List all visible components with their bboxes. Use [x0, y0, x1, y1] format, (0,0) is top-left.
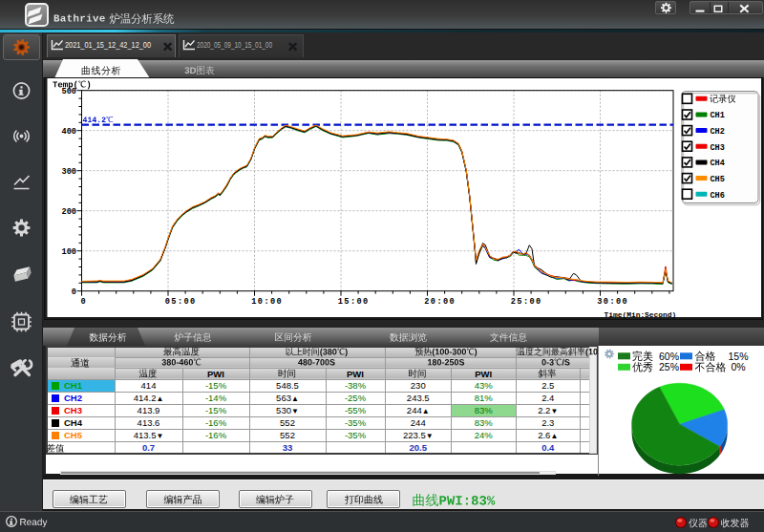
svg-text:25:00: 25:00: [511, 297, 542, 307]
svg-text:10:00: 10:00: [251, 297, 283, 307]
svg-text:Time(Min:Second): Time(Min:Second): [605, 310, 677, 319]
svg-text:CH3: CH3: [711, 143, 725, 153]
svg-text:100: 100: [62, 247, 76, 257]
svg-text:CH2: CH2: [711, 127, 725, 137]
svg-text:CH1: CH1: [711, 111, 725, 120]
svg-text:0: 0: [81, 297, 86, 307]
svg-text:30:00: 30:00: [597, 297, 628, 307]
svg-text:400: 400: [62, 127, 76, 137]
svg-text:300: 300: [62, 167, 76, 177]
svg-text:0: 0: [72, 287, 76, 297]
svg-text:500: 500: [62, 87, 76, 96]
svg-text:CH4: CH4: [711, 159, 725, 168]
svg-text:05:00: 05:00: [165, 297, 197, 307]
svg-text:CH5: CH5: [711, 175, 725, 184]
svg-text:200: 200: [62, 207, 76, 217]
svg-text:20:00: 20:00: [424, 297, 456, 307]
svg-text:CH6: CH6: [711, 191, 725, 201]
svg-text:15:00: 15:00: [338, 297, 370, 307]
